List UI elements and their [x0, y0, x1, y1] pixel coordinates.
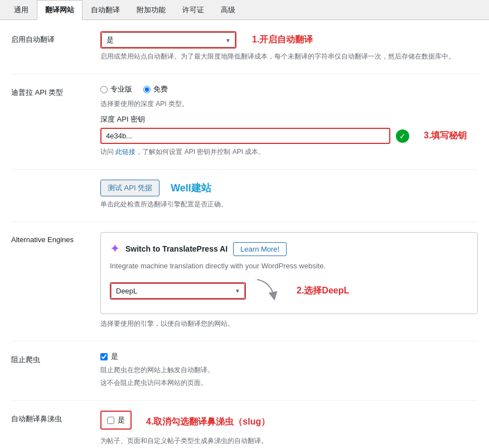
engine-select-wrapper: DeepL Google Translate Microsoft ▼: [110, 282, 246, 300]
api-key-highlight-wrapper: [100, 128, 390, 144]
test-api-description: 单击此处检查所选翻译引擎配置是否正确。: [100, 199, 478, 209]
divider-4: [11, 341, 478, 341]
slug-row-inner: 是 4.取消勾选翻译鼻涕虫（slug）: [100, 411, 478, 433]
block-bots-label: 阻止爬虫: [11, 351, 100, 365]
block-bots-checkbox-row: 是: [100, 351, 478, 362]
tab-advanced[interactable]: 高级: [212, 0, 244, 20]
block-bots-desc2: 这不会阻止爬虫访问本网站的页面。: [100, 378, 478, 388]
tab-license[interactable]: 许可证: [174, 0, 212, 20]
auto-translate-select[interactable]: 是 否: [101, 32, 235, 47]
slug-control: 是 4.取消勾选翻译鼻涕虫（slug） 为帖子、页面和自定义帖子类型生成鼻涕虫的…: [100, 411, 478, 448]
alt-engines-row: Alternative Engines ✦ Switch to Translat…: [11, 232, 478, 329]
api-key-link[interactable]: 此链接: [115, 148, 135, 156]
block-bots-control: 是 阻止爬虫在您的网站上触发自动翻译。 这不会阻止爬虫访问本网站的页面。: [100, 351, 478, 388]
well-label: Well建站: [171, 181, 211, 195]
page-wrapper: 通用 翻译网站 自动翻译 附加功能 许可证 高级 启用自动翻译 是 否 ▼ 1.…: [0, 0, 489, 448]
translatepress-description: Integrate machine translation directly w…: [110, 262, 468, 270]
api-type-radio-group: 专业版 免费: [100, 84, 478, 94]
slug-check-label: 是: [118, 415, 125, 425]
tab-translate-site[interactable]: 翻译网站: [37, 0, 83, 20]
block-bots-desc1: 阻止爬虫在您的网站上触发自动翻译。: [100, 365, 478, 375]
divider-3: [11, 221, 478, 222]
slug-label: 自动翻译鼻涕虫: [11, 411, 100, 424]
alt-engines-control: ✦ Switch to TranslatePress AI Learn More…: [100, 232, 478, 329]
test-btn-row: 测试 API 凭据 Well建站: [100, 180, 478, 196]
annotation-4: 4.取消勾选翻译鼻涕虫（slug）: [146, 416, 270, 428]
slug-checkbox[interactable]: [107, 417, 114, 424]
tabs-bar: 通用 翻译网站 自动翻译 附加功能 许可证 高级: [0, 0, 489, 20]
slug-desc1: 为帖子、页面和自定义帖子类型生成鼻涕虫的自动翻译。: [100, 436, 478, 446]
divider-2: [11, 169, 478, 170]
api-free-option[interactable]: 免费: [143, 84, 168, 94]
translatepress-banner-text: Switch to TranslatePress AI: [125, 244, 227, 253]
api-key-description: 访问 此链接，了解如何设置 API 密钥并控制 API 成本。: [100, 147, 478, 157]
learn-more-button[interactable]: Learn More!: [233, 242, 287, 256]
api-key-valid-icon: ✓: [396, 129, 409, 143]
engine-select[interactable]: DeepL Google Translate Microsoft: [111, 283, 245, 298]
engine-select-row: DeepL Google Translate Microsoft ▼: [110, 277, 468, 305]
translatepress-banner: ✦ Switch to TranslatePress AI Learn More…: [110, 242, 468, 256]
slug-checkbox-wrapper: 是: [100, 411, 132, 430]
auto-translate-control: 是 否 ▼ 1.开启自动翻译 启用或禁用站点自动翻译。为了最大限度地降低翻译成本…: [100, 31, 478, 61]
tab-auto-translate[interactable]: 自动翻译: [83, 0, 128, 20]
api-pro-label: 专业版: [110, 84, 132, 94]
test-api-button[interactable]: 测试 API 凭据: [100, 180, 159, 196]
tab-general[interactable]: 通用: [6, 0, 37, 20]
test-api-control: 测试 API 凭据 Well建站 单击此处检查所选翻译引擎配置是否正确。: [100, 180, 478, 209]
translatepress-icon: ✦: [110, 242, 120, 256]
annotation-2: 2.选择DeepL: [297, 285, 349, 297]
test-api-row: 测试 API 凭据 Well建站 单击此处检查所选翻译引擎配置是否正确。: [11, 180, 478, 209]
curved-arrow-icon: [254, 277, 282, 305]
auto-translate-label: 启用自动翻译: [11, 31, 100, 45]
alt-engines-label: Alternative Engines: [11, 232, 100, 244]
api-type-description: 选择要使用的深度 API 类型。: [100, 99, 478, 109]
api-pro-radio[interactable]: [100, 86, 108, 93]
tab-addons[interactable]: 附加功能: [128, 0, 174, 20]
divider-5: [11, 400, 478, 401]
test-api-label-empty: [11, 180, 100, 183]
divider-1: [11, 74, 478, 74]
deepl-api-control: 专业版 免费 选择要使用的深度 API 类型。 深度 API 密钥 ✓ 3.填写…: [100, 84, 478, 157]
block-bots-check-label: 是: [111, 351, 118, 362]
block-bots-checkbox[interactable]: [100, 353, 108, 360]
alt-engines-box: ✦ Switch to TranslatePress AI Learn More…: [100, 232, 478, 314]
annotation-1: 1.开启自动翻译: [252, 34, 313, 46]
api-key-sublabel: 深度 API 密钥: [100, 114, 478, 124]
alt-engines-description: 选择要使用的引擎，以便自动翻译您的网站。: [100, 319, 478, 329]
api-free-radio[interactable]: [143, 86, 151, 93]
api-key-input[interactable]: [101, 129, 380, 143]
api-pro-option[interactable]: 专业版: [100, 84, 132, 94]
slug-row: 自动翻译鼻涕虫 是 4.取消勾选翻译鼻涕虫（slug） 为帖子、页面和自定义帖子…: [11, 411, 478, 448]
deepl-api-label: 迪普拉 API 类型: [11, 84, 100, 98]
auto-translate-row: 启用自动翻译 是 否 ▼ 1.开启自动翻译 启用或禁用站点自动翻译。为了最大限度…: [11, 31, 478, 61]
annotation-3: 3.填写秘钥: [424, 130, 467, 142]
settings-content: 启用自动翻译 是 否 ▼ 1.开启自动翻译 启用或禁用站点自动翻译。为了最大限度…: [0, 20, 489, 448]
block-bots-row: 阻止爬虫 是 阻止爬虫在您的网站上触发自动翻译。 这不会阻止爬虫访问本网站的页面…: [11, 351, 478, 388]
auto-translate-select-wrapper: 是 否 ▼: [100, 31, 236, 49]
api-free-label: 免费: [153, 84, 168, 94]
deepl-api-row: 迪普拉 API 类型 专业版 免费 选择要使用的深度 API 类型。 深度 AP…: [11, 84, 478, 157]
auto-translate-description: 启用或禁用站点自动翻译。为了最大限度地降低翻译成本，每个未翻译的字符串仅自动翻译…: [100, 51, 478, 61]
